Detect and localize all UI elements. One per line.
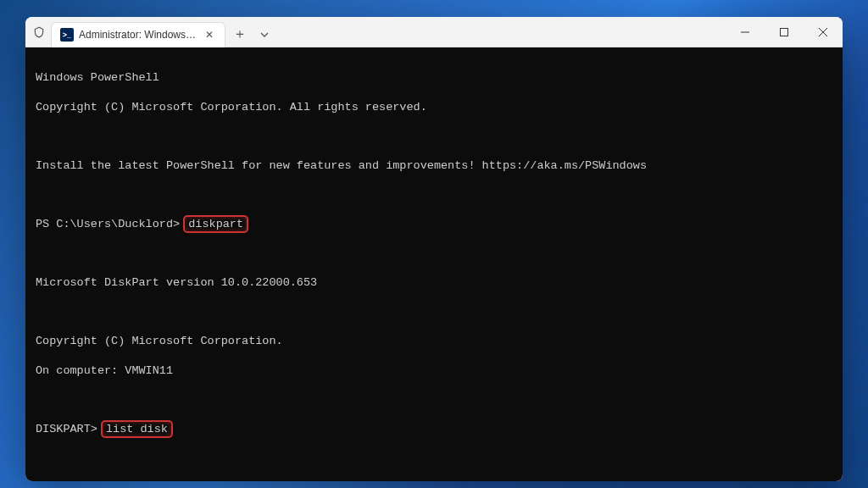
text-line: On computer: VMWIN11 [36, 363, 832, 378]
maximize-button[interactable] [765, 17, 804, 47]
svg-rect-1 [781, 28, 788, 36]
close-window-button[interactable] [804, 17, 843, 47]
tab-title: Administrator: Windows Powe [79, 29, 198, 41]
titlebar[interactable]: >_ Administrator: Windows Powe ✕ ＋ [25, 17, 843, 47]
prompt-line: DISKPART> list disk [36, 422, 832, 436]
blank-line [36, 246, 832, 260]
new-tab-button[interactable]: ＋ [227, 22, 253, 47]
highlighted-command: diskpart [183, 215, 248, 233]
prompt-prefix: DISKPART> [36, 423, 104, 435]
blank-line [36, 305, 832, 319]
powershell-icon: >_ [60, 28, 74, 42]
highlighted-command: list disk [101, 420, 173, 438]
terminal-window: >_ Administrator: Windows Powe ✕ ＋ Windo… [25, 17, 843, 481]
blank-line [36, 129, 832, 143]
blank-line [36, 451, 832, 465]
blank-line [36, 187, 832, 202]
tab-dropdown-button[interactable] [253, 22, 276, 47]
prompt-line: PS C:\Users\Ducklord> diskpart [36, 217, 832, 231]
shield-icon [32, 25, 46, 39]
text-line: Install the latest PowerShell for new fe… [36, 158, 832, 173]
text-line: Windows PowerShell [36, 70, 832, 85]
text-line: Microsoft DiskPart version 10.0.22000.65… [36, 275, 832, 290]
terminal-output[interactable]: Windows PowerShell Copyright (C) Microso… [25, 47, 843, 481]
table-header: Disk ### Status Size Free Dyn Gpt [36, 480, 832, 481]
text-line: Copyright (C) Microsoft Corporation. All… [36, 100, 832, 114]
prompt-prefix: PS C:\Users\Ducklord> [36, 218, 186, 230]
active-tab[interactable]: >_ Administrator: Windows Powe ✕ [51, 22, 225, 47]
minimize-button[interactable] [726, 17, 765, 47]
close-tab-button[interactable]: ✕ [203, 28, 216, 42]
text-line: Copyright (C) Microsoft Corporation. [36, 334, 832, 348]
blank-line [36, 392, 832, 407]
